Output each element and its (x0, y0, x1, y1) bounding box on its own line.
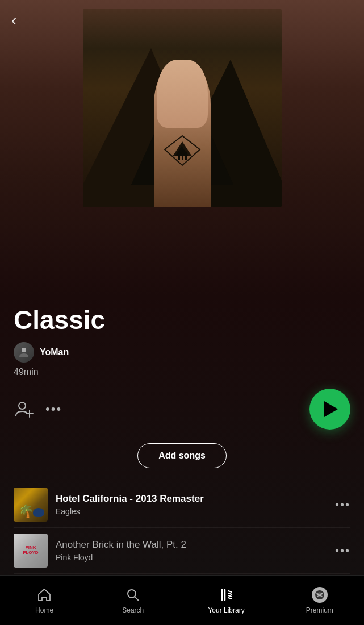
nav-item-home[interactable]: Home (22, 582, 67, 619)
album-art-container (83, 9, 282, 207)
nav-item-library[interactable]: Your Library (199, 582, 253, 619)
svg-line-23 (228, 595, 232, 597)
left-actions: ••• (14, 399, 62, 419)
svg-line-18 (135, 597, 139, 601)
track-more-button[interactable]: ••• (335, 544, 350, 557)
actions-row: ••• (14, 389, 350, 430)
search-icon (125, 587, 141, 603)
track-more-icon: ••• (335, 544, 350, 557)
duration: 49min (14, 367, 350, 377)
hand-palm (157, 60, 208, 128)
play-icon (324, 401, 338, 417)
pinkfloyd-label: PINKFLOYD (23, 545, 38, 556)
creator-name: YoMan (40, 347, 69, 357)
library-icon (219, 587, 235, 603)
track-name: Another Brick in the Wall, Pt. 2 (56, 539, 327, 551)
back-button[interactable]: ‹ (11, 11, 16, 30)
playlist-title: Classic (14, 307, 350, 333)
nav-item-search[interactable]: Search (110, 582, 156, 619)
nav-item-premium[interactable]: Premium (297, 582, 342, 619)
nav-label-home: Home (35, 606, 53, 614)
track-more-icon: ••• (335, 498, 350, 511)
hand-silhouette (154, 60, 211, 207)
track-name: Hotel California - 2013 Remaster (56, 493, 327, 505)
track-info: Hotel California - 2013 Remaster Eagles (56, 493, 327, 516)
add-songs-button[interactable]: Add songs (137, 443, 227, 468)
avatar (14, 342, 34, 363)
svg-point-25 (315, 590, 325, 600)
add-user-button[interactable] (14, 399, 34, 419)
add-songs-container: Add songs (14, 443, 350, 468)
track-art-hotel-california: 🌴 (14, 488, 48, 522)
more-options-button[interactable]: ••• (45, 402, 62, 416)
bottom-nav: Home Search Your Library (0, 575, 364, 625)
track-item: PINKFLOYD Another Brick in the Wall, Pt.… (14, 528, 350, 574)
nav-label-search: Search (122, 606, 144, 614)
svg-point-9 (22, 348, 26, 352)
track-artist: Eagles (56, 507, 327, 516)
svg-point-10 (19, 402, 26, 409)
nav-label-premium: Premium (306, 606, 333, 614)
bird-shape (33, 508, 44, 517)
svg-rect-5 (185, 155, 187, 160)
play-button[interactable] (309, 389, 350, 430)
home-icon (36, 587, 52, 603)
svg-line-22 (228, 593, 232, 594)
svg-rect-4 (182, 155, 183, 160)
nav-label-library: Your Library (208, 606, 244, 614)
track-art-pink-floyd: PINKFLOYD (14, 534, 48, 568)
track-more-button[interactable]: ••• (335, 498, 350, 511)
svg-line-24 (228, 598, 232, 599)
more-dots-icon: ••• (45, 402, 62, 416)
hotel-palm-icon: 🌴 (18, 504, 34, 519)
svg-rect-3 (178, 155, 180, 160)
track-item: 🌴 Hotel California - 2013 Remaster Eagle… (14, 482, 350, 528)
hero-section (0, 0, 364, 295)
album-art (83, 9, 282, 207)
creator-row: YoMan (14, 342, 350, 363)
track-artist: Pink Floyd (56, 553, 327, 562)
tattoo (162, 134, 202, 168)
svg-line-21 (228, 591, 232, 592)
track-info: Another Brick in the Wall, Pt. 2 Pink Fl… (56, 539, 327, 562)
premium-icon (312, 587, 328, 603)
